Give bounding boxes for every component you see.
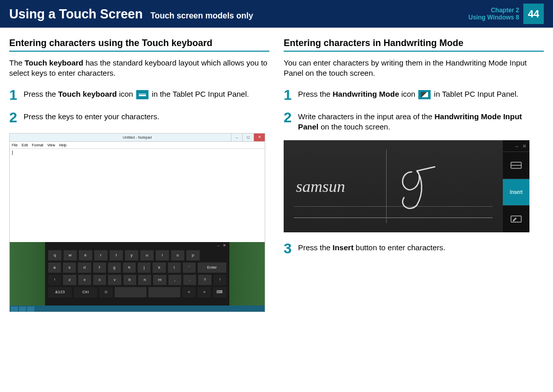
key-b[interactable]: b: [123, 275, 136, 285]
key-w[interactable]: w: [63, 250, 77, 260]
t: in Tablet PC Input Panel.: [432, 90, 518, 98]
osk-titlebar: –✕: [45, 242, 229, 249]
handwriting-switch-icon[interactable]: [503, 205, 529, 232]
cursor: |: [12, 150, 13, 155]
panel-close-icon[interactable]: ✕: [522, 143, 526, 149]
step-number: 1: [9, 88, 18, 102]
key-☺[interactable]: ☺: [99, 287, 113, 297]
t: Press the: [298, 90, 333, 98]
key-'[interactable]: ': [183, 263, 196, 273]
keyboard-switch-icon[interactable]: [503, 151, 529, 179]
t: Insert: [333, 243, 354, 252]
key-y[interactable]: y: [125, 250, 138, 260]
step-number: 2: [284, 111, 293, 133]
key-space[interactable]: [148, 287, 180, 297]
key-g[interactable]: g: [108, 263, 121, 273]
key-⌨[interactable]: ⌨: [213, 287, 226, 297]
page-number: 44: [523, 4, 544, 24]
step-number: 3: [284, 242, 293, 256]
chapter-label: Chapter 2: [469, 7, 519, 14]
key-d[interactable]: d: [78, 263, 91, 273]
menu-help[interactable]: Help: [59, 143, 67, 147]
key-space[interactable]: [115, 287, 146, 297]
key-x[interactable]: x: [78, 275, 91, 285]
key-k[interactable]: k: [153, 263, 165, 273]
key-↑[interactable]: ↑: [48, 275, 61, 285]
step-number: 1: [284, 88, 293, 102]
left-intro: The Touch keyboard has the standard keyb…: [9, 58, 269, 79]
handwriting-input-area[interactable]: samsun: [284, 140, 503, 232]
left-step-2: 2 Press the keys to enter your character…: [9, 111, 269, 125]
osk-minimize-icon[interactable]: –: [218, 243, 220, 248]
menu-view[interactable]: View: [48, 143, 55, 147]
menu-format[interactable]: Format: [32, 143, 43, 147]
key-s[interactable]: s: [63, 263, 76, 273]
touch-keyboard-icon: [136, 90, 148, 99]
page-header: Using a Touch Screen Touch screen models…: [0, 0, 553, 28]
key-l[interactable]: l: [168, 263, 181, 273]
key-e[interactable]: e: [79, 250, 92, 260]
key-c[interactable]: c: [93, 275, 106, 285]
key-j[interactable]: j: [138, 263, 151, 273]
key-Enter[interactable]: Enter: [198, 263, 226, 273]
menu-file[interactable]: File: [12, 143, 17, 147]
notepad-menu[interactable]: File Edit Format View Help: [10, 142, 265, 149]
key-v[interactable]: v: [108, 275, 121, 285]
key-?[interactable]: ?: [198, 275, 211, 285]
key-<[interactable]: <: [182, 287, 196, 297]
handwriting-sample-text: samsun: [296, 177, 345, 196]
key-r[interactable]: r: [94, 250, 108, 260]
handwriting-letter-g-icon: [396, 162, 442, 213]
insert-button[interactable]: Insert: [503, 179, 529, 206]
handwriting-side-panel: –✕ Insert: [503, 140, 529, 232]
key-a[interactable]: a: [48, 263, 61, 273]
title-sub: Touch screen models only: [151, 11, 253, 20]
step-number: 2: [9, 111, 18, 125]
t: Write characters in the input area of th…: [298, 112, 435, 121]
handwriting-panel-screenshot: samsun –✕ Insert: [284, 140, 529, 232]
menu-edit[interactable]: Edit: [22, 143, 28, 147]
t: icon: [117, 90, 135, 98]
key-,[interactable]: ,: [168, 275, 181, 285]
key-m[interactable]: m: [153, 275, 166, 285]
maximize-icon[interactable]: ◻: [242, 134, 253, 141]
t: button to enter characters.: [353, 243, 445, 252]
notepad-titlebar: Untitled - Notepad – ◻ ✕: [10, 134, 265, 142]
notepad-keyboard-screenshot: Untitled - Notepad – ◻ ✕ File Edit Forma…: [9, 133, 265, 312]
key-&123[interactable]: &123: [48, 287, 72, 297]
t: The: [9, 58, 25, 67]
title-main: Using a Touch Screen: [9, 7, 143, 21]
notepad-title-text: Untitled - Notepad: [123, 136, 152, 139]
key-o[interactable]: o: [171, 250, 184, 260]
key-Ctrl[interactable]: Ctrl: [74, 287, 97, 297]
t: in the Tablet PC Input Panel.: [150, 90, 249, 98]
osk-close-icon[interactable]: ✕: [223, 243, 226, 248]
key-u[interactable]: u: [140, 250, 154, 260]
minimize-icon[interactable]: –: [231, 134, 242, 141]
taskbar[interactable]: [10, 306, 265, 312]
header-meta: Chapter 2 Using Windows 8 44: [469, 4, 544, 24]
key-t[interactable]: t: [110, 250, 123, 260]
desktop-background: –✕ qwertyuiopasdfghjkl'Enter↑zxcvbnm,.?↑…: [10, 242, 265, 312]
onscreen-keyboard[interactable]: –✕ qwertyuiopasdfghjkl'Enter↑zxcvbnm,.?↑…: [45, 242, 229, 307]
key-.[interactable]: .: [183, 275, 196, 285]
key-↑[interactable]: ↑: [214, 275, 226, 285]
key-f[interactable]: f: [93, 263, 106, 273]
right-column: Entering characters in Handwriting Mode …: [284, 38, 544, 312]
t: icon: [399, 90, 418, 98]
close-icon[interactable]: ✕: [253, 134, 265, 141]
notepad-textarea[interactable]: |: [10, 149, 265, 242]
key-n[interactable]: n: [138, 275, 151, 285]
t: Press the: [24, 90, 58, 98]
panel-minimize-icon[interactable]: –: [515, 143, 518, 149]
key-h[interactable]: h: [123, 263, 136, 273]
t: Touch keyboard: [58, 90, 117, 98]
left-heading: Entering characters using the Touch keyb…: [9, 38, 269, 52]
key-p[interactable]: p: [186, 250, 200, 260]
key-q[interactable]: q: [48, 250, 61, 260]
key->[interactable]: >: [198, 287, 211, 297]
key-i[interactable]: i: [156, 250, 169, 260]
t: Press the keys to enter your characters.: [24, 111, 159, 125]
key-z[interactable]: z: [63, 275, 76, 285]
content-columns: Entering characters using the Touch keyb…: [0, 28, 553, 312]
